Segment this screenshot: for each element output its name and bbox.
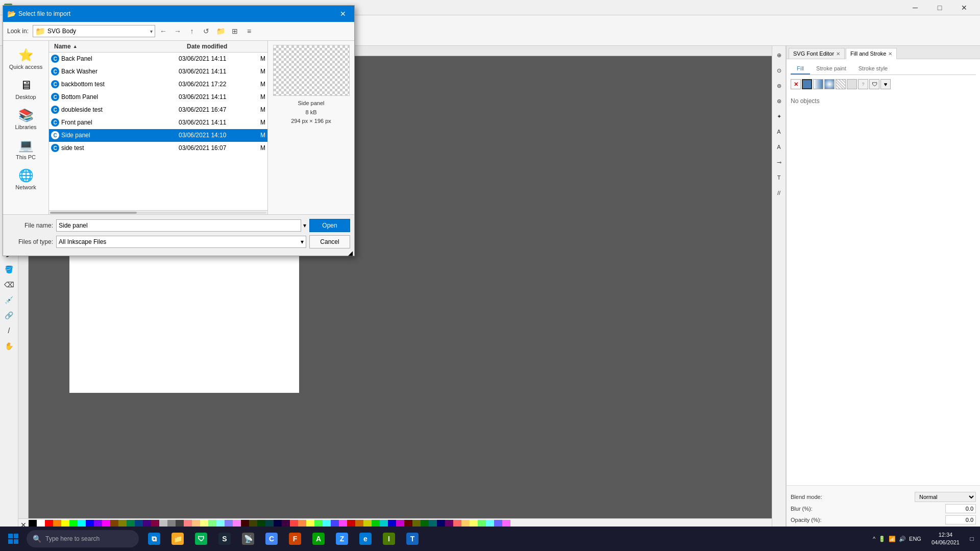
refresh-button[interactable]: ↺ (200, 25, 212, 37)
taskbar-app-taskview[interactable]: ⧉ (143, 528, 165, 550)
taskbar-app-app5[interactable]: T (401, 528, 424, 550)
file-name: Back Washer (61, 68, 179, 75)
col-name[interactable]: Name ▲ (51, 41, 184, 52)
taskbar-app-icon-explorer: 📁 (172, 533, 184, 545)
file-date: 03/06/2021 16:47 (179, 106, 260, 113)
tray-expand-icon[interactable]: ^ (873, 536, 875, 542)
filetype-row: Files of type: All Inkscape Files ▾ Canc… (7, 235, 350, 248)
taskbar-app-app2[interactable]: F (284, 528, 306, 550)
file-name: Front panel (61, 119, 179, 126)
file-date: 03/06/2021 16:07 (179, 144, 260, 152)
col-date[interactable]: Date modified (184, 41, 265, 52)
file-date: 03/06/2021 14:10 (179, 132, 260, 139)
filetype-arrow-icon: ▾ (301, 238, 304, 245)
start-button[interactable] (2, 528, 24, 550)
network-tray-icon: 📶 (889, 536, 896, 542)
view-list-button[interactable]: ≡ (243, 25, 255, 37)
file-name: Back Panel (61, 55, 179, 62)
file-item-icon: C (51, 54, 59, 64)
file-row[interactable]: Cbackbottom test03/06/2021 17:22M (49, 78, 267, 91)
file-row[interactable]: CFront panel03/06/2021 14:11M (49, 116, 267, 129)
taskbar-app-wireless[interactable]: 📡 (237, 528, 259, 550)
look-in-value: SVG Body (47, 28, 76, 35)
open-button[interactable]: Open (309, 219, 350, 232)
combo-arrow-icon: ▾ (150, 29, 153, 34)
file-list-scrollbar[interactable] (49, 210, 267, 214)
file-list-area: Name ▲ Date modified Ty CBack Panel03/06… (49, 41, 267, 214)
file-type-circle: C (51, 118, 59, 127)
file-date: 03/06/2021 14:11 (179, 119, 260, 126)
nav-quick-access[interactable]: ⭐ Quick access (6, 45, 46, 73)
file-item-icon: C (51, 66, 59, 77)
clock-date: 04/06/2021 (932, 539, 960, 546)
file-type-circle: C (51, 93, 59, 101)
filename-row: File name: ▾ Open (7, 219, 350, 232)
system-tray: ^ 🔋 📶 🔊 ENG (869, 536, 925, 542)
taskbar-app-icon-zoom: Z (336, 533, 348, 545)
taskbar-app-icon-app3: A (312, 533, 325, 545)
taskbar-clock[interactable]: 12:34 04/06/2021 (927, 531, 964, 547)
file-item-icon: C (51, 143, 59, 153)
taskbar-app-icon-steam: S (218, 533, 231, 545)
taskbar-app-zoom[interactable]: Z (331, 528, 353, 550)
up-button[interactable]: ↑ (186, 25, 198, 37)
taskbar-app-app3[interactable]: A (307, 528, 330, 550)
dialog-resize-handle[interactable]: ◢ (348, 249, 354, 256)
file-type-circle: C (51, 67, 59, 76)
file-item-icon: C (51, 117, 59, 128)
file-row[interactable]: CBack Washer03/06/2021 14:11M (49, 65, 267, 78)
search-icon: 🔍 (33, 535, 41, 543)
taskbar-app-security[interactable]: 🛡 (190, 528, 212, 550)
file-row[interactable]: CBack Panel03/06/2021 14:11M (49, 53, 267, 65)
dialog-close-button[interactable]: ✕ (336, 7, 350, 21)
taskbar-app-chrome[interactable]: C (260, 528, 283, 550)
taskbar-app-edge[interactable]: e (354, 528, 377, 550)
look-in-combo[interactable]: 📁 SVG Body ▾ (33, 25, 155, 37)
windows-logo (8, 534, 18, 544)
language-indicator: ENG (909, 536, 921, 542)
volume-icon: 🔊 (899, 536, 906, 542)
taskbar-app-inkscape[interactable]: I (378, 528, 400, 550)
file-type-circle: C (51, 106, 59, 114)
folder-icon: 📁 (35, 27, 45, 36)
back-button[interactable]: ← (157, 25, 169, 37)
taskbar-search[interactable]: 🔍 Type here to search (27, 530, 139, 547)
file-row[interactable]: CBottom Panel03/06/2021 14:11M (49, 91, 267, 104)
file-item-icon: C (51, 92, 59, 102)
nav-libraries-label: Libraries (15, 124, 36, 130)
view-icon-button[interactable]: ⊞ (229, 25, 241, 37)
nav-desktop-label: Desktop (15, 94, 36, 100)
preview-size: 8 kB (291, 108, 331, 117)
filename-input[interactable] (56, 219, 301, 232)
notification-button[interactable]: □ (966, 528, 978, 550)
nav-this-pc[interactable]: 💻 This PC (6, 135, 46, 163)
new-folder-button[interactable]: 📁 (214, 25, 227, 37)
file-type: M (260, 81, 267, 88)
dialog-preview: Side panel 8 kB 294 px × 196 px (267, 41, 354, 214)
nav-libraries[interactable]: 📚 Libraries (6, 105, 46, 133)
taskbar-app-icon-wireless: 📡 (242, 533, 254, 545)
file-row[interactable]: Cdoubleside test03/06/2021 16:47M (49, 104, 267, 116)
file-type: M (260, 132, 267, 139)
nav-quick-access-label: Quick access (9, 64, 42, 70)
filename-dropdown-arrow[interactable]: ▾ (303, 222, 306, 229)
taskbar-app-steam[interactable]: S (213, 528, 236, 550)
cancel-button[interactable]: Cancel (309, 235, 350, 248)
nav-desktop[interactable]: 🖥 Desktop (6, 75, 46, 103)
taskbar-apps: ⧉📁🛡S📡CFAZeIT (143, 528, 424, 550)
file-row[interactable]: CSide panel03/06/2021 14:10M (49, 129, 267, 142)
taskbar-app-icon-chrome: C (265, 533, 278, 545)
desktop-icon: 🖥 (20, 78, 32, 92)
taskbar-app-explorer[interactable]: 📁 (166, 528, 189, 550)
forward-button[interactable]: → (172, 25, 184, 37)
preview-image (273, 45, 350, 96)
file-row[interactable]: Cside test03/06/2021 16:07M (49, 142, 267, 155)
nav-network[interactable]: 🌐 Network (6, 165, 46, 193)
battery-icon: 🔋 (878, 536, 886, 542)
filetype-combo[interactable]: All Inkscape Files ▾ (56, 236, 306, 248)
network-icon: 🌐 (18, 168, 34, 183)
filetype-label: Files of type: (7, 238, 53, 245)
nav-this-pc-label: This PC (16, 154, 36, 160)
file-type: M (260, 119, 267, 126)
taskbar-right: ^ 🔋 📶 🔊 ENG 12:34 04/06/2021 □ (869, 528, 978, 550)
